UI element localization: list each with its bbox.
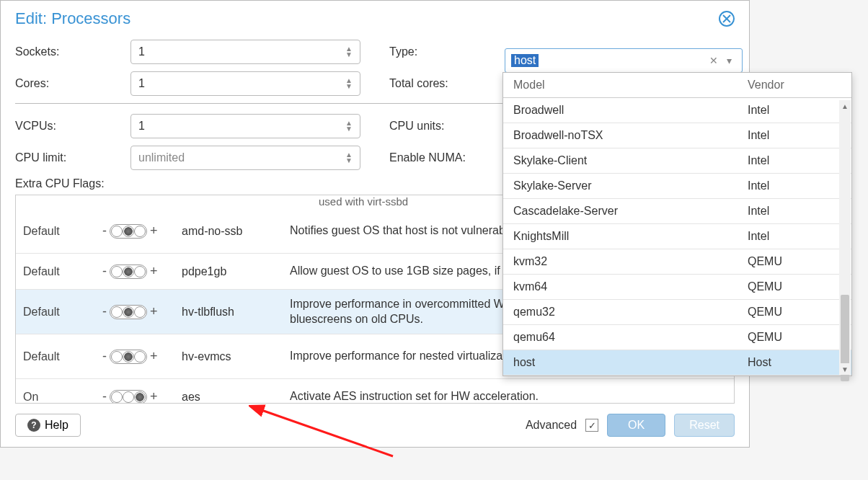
dropdown-vendor: QEMU [748,331,841,344]
spinner-arrows-icon[interactable]: ▲▼ [345,46,353,58]
dialog-title: Edit: Processors [15,9,130,28]
dropdown-item[interactable]: kvm64QEMU [503,275,851,300]
flag-state: On [23,391,102,404]
tristate-on[interactable] [134,391,146,403]
tristate-off[interactable] [111,391,123,403]
dropdown-scrollbar[interactable]: ▲ ▼ [839,100,851,375]
scroll-down-icon[interactable]: ▼ [839,363,851,375]
spinner-arrows-icon[interactable]: ▲▼ [345,78,353,89]
tristate-on[interactable] [134,306,146,318]
tristate-off[interactable] [111,351,123,363]
dropdown-model: qemu64 [513,331,748,344]
dropdown-vendor: QEMU [748,255,841,268]
reset-button[interactable]: Reset [674,414,735,437]
dropdown-item[interactable]: qemu64QEMU [503,325,851,350]
minus-icon[interactable]: - [102,223,107,239]
dropdown-vendor: Intel [748,179,841,192]
cpu-limit-input[interactable]: unlimited ▲▼ [130,146,360,170]
plus-icon[interactable]: + [150,349,158,364]
dropdown-model: Skylake-Client [513,154,748,167]
plus-icon[interactable]: + [150,223,158,239]
dropdown-model: kvm64 [513,280,748,293]
reset-label: Reset [689,419,719,432]
spinner-arrows-icon[interactable]: ▲▼ [345,152,353,164]
ok-label: OK [628,419,645,432]
flag-name: amd-no-ssb [182,225,290,238]
dropdown-item[interactable]: Cascadelake-ServerIntel [503,199,851,224]
dropdown-vendor: QEMU [748,306,841,319]
vcpus-label: VCPUs: [15,120,130,133]
tristate-off[interactable] [111,266,123,277]
dropdown-vendor: Intel [748,154,841,167]
cpu-units-label: CPU units: [389,120,505,133]
dropdown-item[interactable]: Skylake-ServerIntel [503,174,851,199]
flag-tristate[interactable]: -+ [102,264,182,279]
spinner-arrows-icon[interactable]: ▲▼ [345,120,353,132]
help-label: Help [45,419,68,432]
dropdown-model: Broadwell-noTSX [513,129,748,142]
enable-numa-label: Enable NUMA: [389,151,505,164]
tristate-default[interactable] [123,351,134,363]
sockets-input[interactable]: 1 ▲▼ [130,40,360,64]
flag-tristate[interactable]: -+ [102,349,182,364]
dropdown-model: host [513,356,748,369]
cpu-limit-value: unlimited [138,151,345,164]
flag-row[interactable]: On-+aesActivate AES instruction set for … [16,379,734,403]
advanced-checkbox[interactable]: ✓ [585,419,598,432]
dropdown-header: Model Vendor [503,73,851,98]
header-vendor: Vendor [748,79,841,92]
dropdown-model: KnightsMill [513,230,748,243]
help-button[interactable]: ? Help [15,414,81,437]
sockets-label: Sockets: [15,45,130,58]
dropdown-vendor: Host [748,356,841,369]
dropdown-item[interactable]: hostHost [503,350,851,375]
flag-state: Default [23,265,102,278]
dropdown-item[interactable]: qemu32QEMU [503,300,851,325]
minus-icon[interactable]: - [102,264,107,279]
plus-icon[interactable]: + [150,389,158,403]
scroll-up-icon[interactable]: ▲ [839,100,851,112]
dropdown-item[interactable]: KnightsMillIntel [503,224,851,249]
clear-icon[interactable]: ✕ [705,55,722,66]
dropdown-model: Skylake-Server [513,179,748,192]
chevron-down-icon[interactable]: ▾ [722,55,736,66]
tristate-off[interactable] [111,226,123,237]
tristate-on[interactable] [134,226,146,237]
flag-tristate[interactable]: -+ [102,223,182,239]
vcpus-input[interactable]: 1 ▲▼ [130,114,360,138]
dropdown-item[interactable]: BroadwellIntel [503,98,851,123]
dropdown-vendor: Intel [748,104,841,117]
tristate-default[interactable] [123,306,134,318]
close-icon[interactable] [719,11,735,27]
dropdown-model: Cascadelake-Server [513,205,748,218]
minus-icon[interactable]: - [102,349,107,364]
flag-tristate[interactable]: -+ [102,304,182,319]
dialog-footer: ? Help Advanced ✓ OK Reset [1,404,749,447]
plus-icon[interactable]: + [150,264,158,279]
tristate-default[interactable] [123,226,134,237]
minus-icon[interactable]: - [102,304,107,319]
ok-button[interactable]: OK [607,414,665,437]
cores-input[interactable]: 1 ▲▼ [130,71,360,96]
cpu-limit-label: CPU limit: [15,151,130,164]
type-combo[interactable]: host ✕ ▾ [505,48,743,73]
tristate-default[interactable] [123,391,134,403]
flag-name: hv-evmcs [182,350,290,363]
flag-name: aes [182,391,290,404]
dropdown-item[interactable]: kvm32QEMU [503,249,851,275]
dropdown-model: kvm32 [513,255,748,268]
cores-value: 1 [138,77,345,90]
tristate-on[interactable] [134,266,146,277]
sockets-value: 1 [138,45,345,58]
minus-icon[interactable]: - [102,389,107,403]
tristate-off[interactable] [111,306,123,318]
dropdown-item[interactable]: Skylake-ClientIntel [503,148,851,174]
tristate-default[interactable] [123,266,134,277]
dropdown-item[interactable]: Broadwell-noTSXIntel [503,123,851,148]
tristate-on[interactable] [134,351,146,363]
flag-tristate[interactable]: -+ [102,389,182,403]
dropdown-model: qemu32 [513,306,748,319]
plus-icon[interactable]: + [150,304,158,319]
flag-name: hv-tlbflush [182,306,290,319]
dropdown-model: Broadwell [513,104,748,117]
